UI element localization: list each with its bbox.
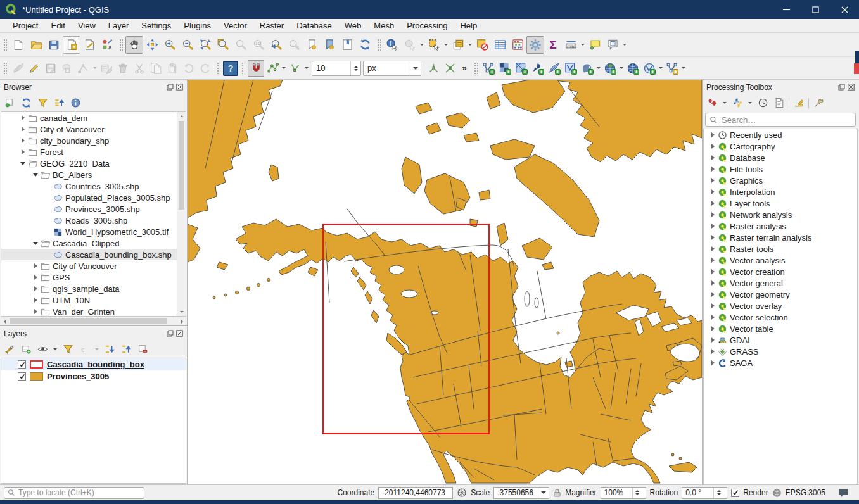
layer-item-provinces-3005[interactable]: Provinces_3005	[1, 370, 186, 382]
toolbox-edit-features-button[interactable]	[792, 96, 806, 110]
tree-expander[interactable]	[709, 234, 716, 241]
measure-button[interactable]	[562, 36, 580, 54]
snapping-mode-dropdown[interactable]	[281, 60, 287, 77]
browser-horizontal-scrollbar[interactable]	[1, 317, 186, 325]
toolbox-options-button[interactable]	[811, 96, 825, 110]
scale-combo[interactable]: :37550656	[493, 487, 549, 499]
spinner-arrows[interactable]	[713, 488, 723, 498]
menu-layer[interactable]: Layer	[103, 20, 134, 32]
toolbar-grip[interactable]	[118, 38, 123, 52]
map-canvas[interactable]	[188, 80, 702, 484]
select-features-button[interactable]	[425, 36, 443, 54]
add-wcs-layer-button[interactable]	[625, 60, 641, 77]
text-annotation-dropdown[interactable]	[621, 37, 628, 53]
open-project-button[interactable]	[27, 36, 45, 54]
deselect-features-button[interactable]	[473, 36, 491, 54]
magnifier-spinbox[interactable]: 100%	[601, 487, 646, 499]
tree-expander[interactable]	[709, 325, 716, 332]
tree-expander[interactable]	[709, 142, 716, 150]
toolbox-group-vector-general[interactable]: Vector general	[704, 277, 857, 289]
save-project-button[interactable]	[45, 36, 63, 54]
coordinate-field[interactable]: -2011240,4460773	[378, 487, 453, 499]
tree-expander[interactable]	[32, 285, 39, 293]
statistical-summary-button[interactable]: Σ	[544, 36, 562, 54]
tree-expander[interactable]	[709, 359, 716, 367]
style-manager-button[interactable]: a	[98, 36, 116, 54]
tree-expander[interactable]	[19, 137, 27, 144]
tree-expander[interactable]	[19, 114, 27, 122]
tree-expander[interactable]	[19, 160, 27, 167]
tree-expander[interactable]	[709, 199, 716, 207]
browser-float-button[interactable]	[167, 84, 174, 91]
scroll-thumb[interactable]	[10, 318, 167, 324]
spinner-arrows[interactable]	[632, 488, 642, 498]
add-wfs-dropdown[interactable]	[658, 60, 664, 77]
tree-expander[interactable]	[709, 313, 716, 321]
add-wms-dropdown[interactable]	[618, 60, 625, 77]
browser-item-city-of-vancouver[interactable]: City of Vancouver	[1, 260, 186, 272]
toolbox-models-button[interactable]	[705, 96, 719, 110]
undo-button[interactable]	[181, 60, 197, 77]
browser-item-world-hypsometric-3005-tif[interactable]: World_Hypsometric_3005.tif	[1, 226, 186, 237]
toolbox-group-grass[interactable]: GRASS	[704, 346, 857, 357]
select-features-by-value-dropdown[interactable]	[467, 37, 473, 53]
menu-settings[interactable]: Settings	[136, 20, 176, 32]
refresh-map-button[interactable]	[356, 36, 374, 54]
toolbox-python-dropdown[interactable]	[747, 95, 753, 111]
maximize-button[interactable]	[801, 0, 830, 19]
enable-snapping-button[interactable]	[248, 60, 264, 77]
menu-view[interactable]: View	[73, 20, 101, 32]
remove-layer-button[interactable]	[136, 343, 150, 356]
zoom-out-button[interactable]	[179, 36, 196, 54]
snapping-type-button[interactable]	[287, 60, 303, 77]
collapse-all-layers-button[interactable]	[119, 343, 133, 356]
menu-raster[interactable]: Raster	[255, 20, 289, 32]
expand-all-button[interactable]	[103, 343, 117, 356]
menu-plugins[interactable]: Plugins	[179, 20, 216, 32]
add-vector-layer-button[interactable]	[480, 60, 497, 77]
browser-item-populated-places-3005-shp[interactable]: Populated_Places_3005.shp	[1, 192, 186, 203]
menu-help[interactable]: Help	[455, 20, 482, 32]
zoom-in-button[interactable]	[161, 36, 179, 54]
toolbar-grip[interactable]	[3, 61, 7, 75]
tree-expander[interactable]	[709, 256, 716, 264]
filter-by-expression-button[interactable]: ε	[77, 343, 91, 356]
pan-to-selection-button[interactable]	[143, 36, 161, 54]
toolbox-group-interpolation[interactable]: Interpolation	[704, 186, 857, 198]
crs-status[interactable]: EPSG:3005	[786, 488, 825, 497]
locate-search-input[interactable]: Type to locate (Ctrl+K)	[4, 487, 144, 499]
filter-browser-button[interactable]	[35, 96, 49, 110]
browser-item-bc-albers[interactable]: BC_Albers	[1, 169, 186, 180]
zoom-to-layer-button[interactable]	[214, 36, 232, 54]
new-virtual-layer-dropdown[interactable]	[680, 60, 687, 77]
vertex-tool-button[interactable]	[75, 60, 92, 77]
tree-expander[interactable]	[709, 302, 716, 310]
new-virtual-layer-button[interactable]	[664, 60, 680, 77]
scroll-left-arrow[interactable]	[1, 317, 9, 326]
toolbar-grip[interactable]	[376, 38, 381, 52]
browser-item-utm-10n[interactable]: UTM_10N	[1, 294, 186, 306]
tree-expander[interactable]	[32, 171, 39, 179]
toolbox-python-button[interactable]	[730, 96, 744, 110]
toolbox-float-button[interactable]	[838, 84, 845, 91]
tree-expander[interactable]	[32, 262, 39, 270]
run-feature-action-button[interactable]	[401, 36, 419, 54]
select-features-dropdown[interactable]	[443, 37, 449, 53]
redo-button[interactable]	[197, 60, 213, 77]
toolbar-grip[interactable]	[3, 38, 7, 52]
tree-expander[interactable]	[709, 348, 716, 355]
add-mesh-layer-button[interactable]	[513, 60, 530, 77]
browser-item-cascadia-bounding-box-shp[interactable]: Cascadia_bounding_box.shp	[1, 249, 186, 260]
measure-dropdown[interactable]	[580, 37, 586, 53]
zoom-to-selection-button[interactable]	[232, 36, 250, 54]
tree-expander[interactable]	[709, 268, 716, 275]
toolbox-group-network-analysis[interactable]: Network analysis	[704, 209, 857, 220]
add-postgis-dropdown[interactable]	[595, 60, 602, 77]
menu-vector[interactable]: Vector	[219, 20, 252, 32]
tree-expander[interactable]	[32, 239, 39, 247]
modify-attributes-button[interactable]	[98, 60, 115, 77]
filter-expression-dropdown[interactable]	[94, 341, 100, 358]
toolbox-models-dropdown[interactable]	[722, 95, 728, 111]
browser-item-forest[interactable]: Forest	[1, 146, 186, 158]
field-calculator-button[interactable]	[509, 36, 526, 54]
